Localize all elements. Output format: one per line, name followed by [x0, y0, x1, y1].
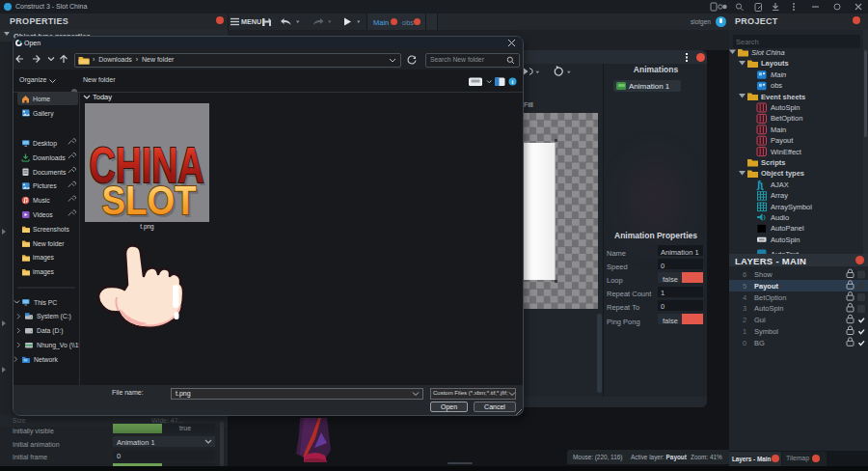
svg-text:Nhung_Vo (\\192.: Nhung_Vo (\\192. — [37, 342, 79, 349]
svg-text:Home: Home — [33, 96, 50, 102]
svg-text:6: 6 — [743, 270, 746, 279]
svg-text:2: 2 — [743, 316, 746, 324]
svg-text:Music: Music — [33, 197, 50, 204]
svg-text:BetOption: BetOption — [771, 114, 802, 123]
svg-text:Array: Array — [771, 191, 788, 200]
svg-text:images: images — [33, 254, 55, 262]
svg-text:Scripts: Scripts — [761, 158, 785, 167]
svg-text:This PC: This PC — [34, 299, 57, 306]
svg-text:BG: BG — [754, 339, 765, 347]
svg-text:SLOT: SLOT — [102, 177, 197, 222]
svg-text:Symbol: Symbol — [754, 327, 778, 336]
svg-text:images: images — [33, 268, 55, 276]
svg-text:Event sheets: Event sheets — [761, 93, 805, 101]
svg-text:Documents: Documents — [33, 169, 67, 176]
svg-text:Audio: Audio — [771, 213, 789, 222]
svg-text:AutoSpin: AutoSpin — [771, 103, 800, 112]
svg-text:AutoSpin: AutoSpin — [754, 304, 783, 313]
svg-text:Network: Network — [34, 356, 59, 363]
svg-text:BetOption: BetOption — [754, 293, 786, 302]
svg-text:Screenshots: Screenshots — [33, 226, 69, 233]
svg-text:ʃʅ: ʃʅ — [756, 180, 764, 190]
svg-text:Payout: Payout — [771, 136, 794, 145]
svg-text:MENU: MENU — [241, 17, 261, 26]
svg-text:WinEffect: WinEffect — [771, 148, 802, 156]
svg-text:ArraySymbol: ArraySymbol — [771, 203, 812, 211]
svg-text:AJAX: AJAX — [771, 180, 789, 189]
svg-text:New folder: New folder — [33, 240, 65, 247]
svg-text:1: 1 — [743, 327, 746, 336]
svg-text:AutoSpin: AutoSpin — [771, 236, 800, 244]
svg-text:Slot China: Slot China — [751, 48, 785, 57]
svg-text:4: 4 — [743, 293, 746, 302]
svg-text:i: i — [512, 78, 514, 85]
svg-text:Object types: Object types — [761, 169, 804, 178]
svg-text:Desktop: Desktop — [33, 140, 57, 148]
svg-text:Layouts: Layouts — [761, 59, 789, 68]
svg-text:Videos: Videos — [33, 211, 53, 218]
svg-text:Show: Show — [754, 270, 773, 279]
svg-text:Main: Main — [771, 70, 786, 79]
svg-text:System (C:): System (C:) — [37, 313, 71, 320]
svg-text:Gallery: Gallery — [33, 110, 54, 118]
svg-text:Pictures: Pictures — [33, 182, 57, 189]
svg-text:Main: Main — [771, 125, 786, 134]
svg-text:Gui: Gui — [754, 316, 766, 324]
svg-text:Payout: Payout — [754, 282, 779, 291]
svg-text:AutoPanel: AutoPanel — [771, 224, 804, 233]
svg-text:5: 5 — [743, 282, 746, 291]
svg-text:obs: obs — [771, 81, 782, 90]
svg-text:Downloads: Downloads — [33, 154, 66, 161]
svg-text:0: 0 — [743, 339, 746, 347]
svg-text:Data (D:): Data (D:) — [37, 327, 64, 335]
svg-text:3: 3 — [743, 304, 746, 313]
